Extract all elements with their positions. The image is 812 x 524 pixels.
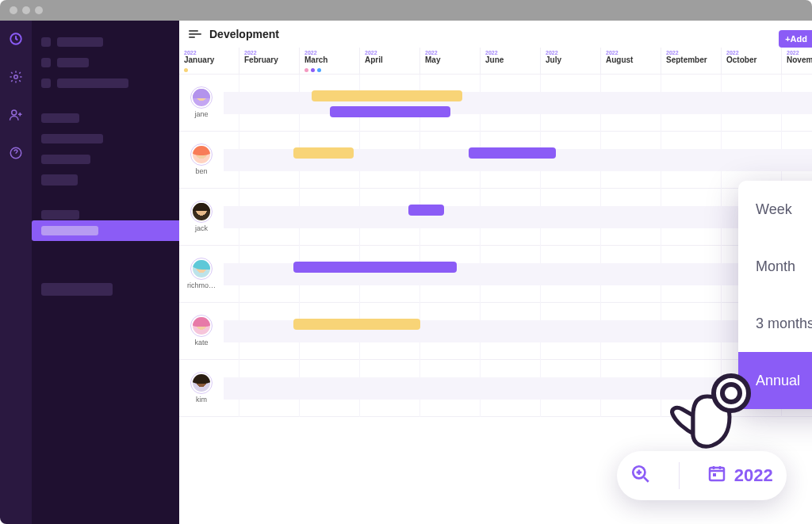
person-cell[interactable]: jack — [179, 189, 224, 245]
allocation-bar[interactable] — [293, 319, 420, 330]
avatar — [191, 144, 212, 165]
zoom-option-label: Month — [756, 258, 795, 275]
month-label: October — [726, 55, 776, 64]
zoom-option-annual[interactable]: AnnualA — [738, 352, 812, 409]
sidebar-item[interactable] — [41, 33, 170, 51]
month-year: 2022 — [787, 50, 812, 55]
month-header[interactable]: 2022April — [360, 48, 420, 74]
sidebar-item[interactable] — [41, 281, 170, 298]
person-name: jane — [194, 110, 208, 118]
month-year: 2022 — [726, 50, 776, 55]
divider — [679, 462, 680, 489]
month-header[interactable]: 2022March — [300, 48, 360, 74]
person-cell[interactable]: richmo… — [179, 246, 224, 302]
svg-point-2 — [12, 110, 17, 115]
month-year: 2022 — [304, 50, 354, 55]
allocation-bar[interactable] — [293, 262, 456, 273]
app-window: Development +Add 2022January2022February… — [0, 0, 812, 524]
avatar — [191, 201, 212, 222]
traffic-light-max[interactable] — [35, 6, 43, 14]
settings-icon[interactable] — [9, 70, 23, 87]
zoom-option-3-months[interactable]: 3 monthsQ — [738, 295, 812, 352]
zoom-option-label: Annual — [756, 373, 800, 389]
avatar — [191, 87, 212, 108]
traffic-light-min[interactable] — [22, 6, 30, 14]
avatar — [191, 373, 212, 393]
month-header[interactable]: 2022January — [179, 48, 239, 74]
timeline-months: 2022January2022February2022March2022Apri… — [179, 48, 812, 75]
person-name: ben — [195, 167, 207, 175]
dot-icon — [304, 68, 308, 72]
add-button[interactable]: +Add — [779, 30, 812, 48]
filter-icon[interactable] — [189, 30, 203, 38]
month-header[interactable]: 2022July — [541, 48, 601, 74]
month-label: Novem — [787, 55, 812, 64]
month-label: April — [365, 55, 415, 64]
month-year: 2022 — [485, 50, 535, 55]
svg-rect-8 — [713, 473, 716, 476]
track[interactable] — [224, 189, 812, 245]
person-name: kim — [196, 396, 207, 404]
zoom-option-month[interactable]: MonthM — [738, 238, 812, 295]
allocation-bar[interactable] — [408, 205, 445, 216]
month-label: September — [666, 55, 716, 64]
month-header[interactable]: 2022August — [601, 48, 661, 74]
help-icon[interactable] — [9, 146, 23, 163]
track[interactable] — [224, 246, 812, 302]
zoom-in-icon[interactable] — [630, 464, 651, 488]
timeline-rows: janebenjackrichmo…katekim — [179, 75, 812, 417]
zoom-option-week[interactable]: WeekW — [738, 181, 812, 238]
sidebar-item[interactable] — [41, 75, 170, 92]
person-cell[interactable]: ben — [179, 132, 224, 188]
person-cell[interactable]: kate — [179, 303, 224, 359]
track[interactable] — [224, 360, 812, 416]
allocation-bar[interactable] — [312, 90, 462, 101]
add-person-icon[interactable] — [9, 108, 23, 125]
person-cell[interactable]: kim — [179, 360, 224, 416]
track[interactable] — [224, 75, 812, 131]
month-header[interactable]: 2022June — [481, 48, 541, 74]
month-header[interactable]: 2022October — [722, 48, 782, 74]
main-content: Development +Add 2022January2022February… — [179, 21, 812, 524]
month-label: February — [244, 55, 294, 64]
track[interactable] — [224, 132, 812, 188]
person-cell[interactable]: jane — [179, 75, 224, 131]
timeline-row: kate — [179, 303, 812, 360]
sidebar-item[interactable] — [41, 130, 170, 147]
icon-rail — [0, 21, 32, 524]
dot-icon — [317, 68, 321, 72]
track[interactable] — [224, 303, 812, 359]
zoom-option-label: Week — [756, 201, 792, 218]
person-name: richmo… — [187, 281, 216, 289]
allocation-bar[interactable] — [330, 106, 450, 117]
avatar — [191, 316, 212, 336]
sidebar-item[interactable] — [41, 171, 170, 189]
month-dots — [184, 68, 188, 72]
svg-rect-7 — [710, 468, 724, 480]
timeline-row: richmo… — [179, 246, 812, 303]
year-value[interactable]: 2022 — [707, 464, 773, 488]
year-text: 2022 — [734, 465, 773, 486]
sidebar-item[interactable] — [41, 54, 170, 71]
month-year: 2022 — [425, 50, 475, 55]
dot-icon — [311, 68, 315, 72]
year-selector[interactable]: 2022 — [617, 451, 787, 500]
month-header[interactable]: 2022May — [420, 48, 481, 74]
sidebar-item[interactable] — [41, 151, 170, 168]
window-titlebar — [0, 0, 812, 21]
sidebar-item-active[interactable] — [32, 220, 184, 241]
logo-icon[interactable] — [9, 32, 23, 49]
allocation-bar[interactable] — [469, 147, 556, 159]
month-label: May — [425, 55, 475, 64]
zoom-menu: WeekWMonthM3 monthsQAnnualA — [738, 181, 812, 409]
svg-point-1 — [14, 75, 18, 79]
sidebar-item[interactable] — [41, 109, 170, 127]
month-header[interactable]: 2022Novem — [782, 48, 812, 74]
month-header[interactable]: 2022September — [661, 48, 722, 74]
month-header[interactable]: 2022February — [239, 48, 300, 74]
timeline-row: kim — [179, 360, 812, 417]
allocation-bar[interactable] — [293, 147, 354, 159]
traffic-light-close[interactable] — [10, 6, 17, 14]
dot-icon — [184, 68, 188, 72]
month-year: 2022 — [184, 50, 234, 55]
